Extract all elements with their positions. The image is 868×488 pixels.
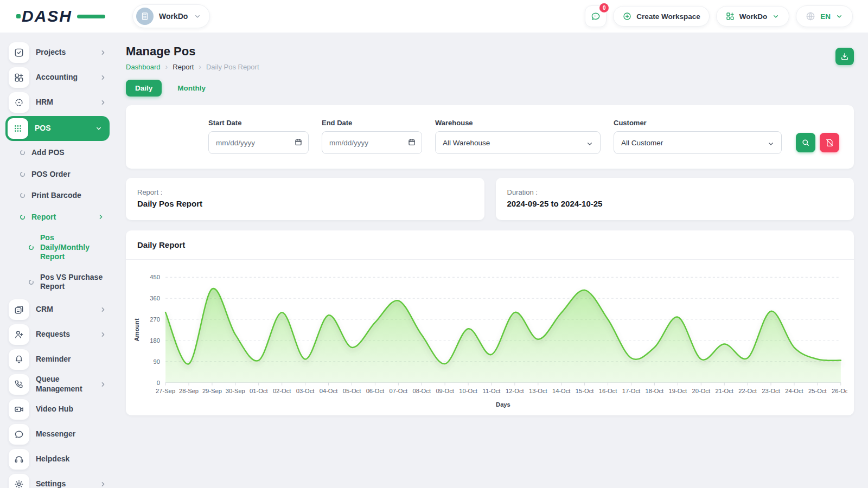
sidebar-item-accounting[interactable]: Accounting bbox=[9, 65, 107, 90]
sidebar-item-pos-order[interactable]: POS Order bbox=[9, 164, 107, 185]
daily-report-chart-svg: 09018027036045027-Sep28-Sep29-Sep30-Sep0… bbox=[130, 265, 847, 413]
sidebar-item-label: Add POS bbox=[31, 148, 65, 158]
app-header: DASH WorkDo 0 Create Workspace WorkDo EN bbox=[0, 0, 868, 33]
svg-text:17-Oct: 17-Oct bbox=[622, 388, 641, 394]
svg-text:90: 90 bbox=[153, 358, 159, 365]
dash-logo-text: DASH bbox=[22, 7, 72, 25]
end-date-input[interactable] bbox=[322, 131, 422, 154]
sidebar-item-pos-daily-monthly-report[interactable]: Pos Daily/Monthly Report bbox=[9, 228, 107, 267]
svg-text:02-Oct: 02-Oct bbox=[273, 388, 291, 394]
workdo-menu-label: WorkDo bbox=[739, 12, 768, 21]
summary-cards: Report : Daily Pos Report Duration : 202… bbox=[126, 178, 854, 220]
breadcrumb-dashboard[interactable]: Dashboard bbox=[126, 63, 161, 71]
download-report-button[interactable] bbox=[835, 48, 854, 65]
svg-text:23-Oct: 23-Oct bbox=[762, 388, 780, 394]
svg-text:01-Oct: 01-Oct bbox=[250, 388, 268, 394]
sidebar-item-projects[interactable]: Projects bbox=[9, 40, 107, 65]
svg-text:14-Oct: 14-Oct bbox=[552, 388, 571, 394]
chevron-down-icon bbox=[835, 12, 844, 21]
chat-bubble-icon bbox=[590, 11, 601, 22]
sidebar-item-pos-vs-purchase-report[interactable]: Pos VS Purchase Report bbox=[9, 267, 107, 297]
svg-text:06-Oct: 06-Oct bbox=[366, 388, 385, 394]
apply-filter-button[interactable] bbox=[796, 133, 815, 152]
sidebar-item-label: Settings bbox=[36, 479, 66, 488]
start-date-label: Start Date bbox=[208, 119, 309, 127]
checkbox-icon bbox=[14, 47, 24, 58]
sidebar-item-add-pos[interactable]: Add POS bbox=[9, 142, 107, 164]
svg-text:22-Oct: 22-Oct bbox=[738, 388, 757, 394]
checkbox-icon bbox=[9, 42, 29, 63]
workspace-avatar bbox=[136, 8, 154, 25]
sidebar-item-report[interactable]: Report bbox=[9, 207, 107, 228]
duration-summary-card: Duration : 2024-09-25 to 2024-10-25 bbox=[496, 178, 854, 220]
circle-bullet-icon bbox=[28, 279, 34, 285]
breadcrumb-report[interactable]: Report bbox=[173, 63, 194, 71]
sidebar-item-helpdesk[interactable]: Helpdesk bbox=[9, 447, 107, 472]
video-icon bbox=[9, 399, 29, 420]
warehouse-label: Warehouse bbox=[435, 119, 601, 127]
chevron-down-icon bbox=[771, 12, 780, 21]
plus-circle-icon bbox=[622, 11, 632, 21]
sidebar-item-label: Pos VS Purchase Report bbox=[40, 273, 105, 292]
sidebar-item-pos[interactable]: POS bbox=[5, 116, 110, 141]
svg-text:21-Oct: 21-Oct bbox=[715, 388, 733, 394]
messages-button[interactable]: 0 bbox=[585, 5, 607, 27]
clear-filter-button[interactable] bbox=[820, 133, 839, 152]
sidebar-nav: ProjectsAccountingHRMPOSAdd POSPOS Order… bbox=[9, 40, 107, 488]
sidebar-item-messenger[interactable]: Messenger bbox=[9, 422, 107, 447]
clear-filter-icon bbox=[825, 138, 834, 147]
filter-row: Start Date End Date Warehouse All Wareho… bbox=[139, 119, 841, 154]
svg-text:09-Oct: 09-Oct bbox=[436, 388, 454, 394]
sidebar-item-requests[interactable]: Requests bbox=[9, 322, 107, 347]
workdo-menu-button[interactable]: WorkDo bbox=[716, 6, 790, 27]
chevron-down-icon bbox=[767, 139, 775, 148]
sidebar-item-video-hub[interactable]: Video Hub bbox=[9, 397, 107, 422]
create-workspace-label: Create Workspace bbox=[636, 12, 700, 21]
svg-text:26-Oct: 26-Oct bbox=[832, 388, 847, 394]
svg-text:19-Oct: 19-Oct bbox=[669, 388, 687, 394]
grid-add-icon bbox=[725, 11, 735, 21]
sidebar-item-crm[interactable]: CRM bbox=[9, 297, 107, 322]
workspace-switcher[interactable]: WorkDo bbox=[132, 4, 210, 28]
customer-select[interactable]: All Customer bbox=[614, 131, 782, 154]
breadcrumb-separator: › bbox=[165, 62, 168, 71]
dash-logo-green-bar bbox=[77, 15, 105, 18]
svg-text:27-Sep: 27-Sep bbox=[156, 388, 175, 394]
sidebar-item-label: HRM bbox=[36, 98, 53, 107]
sidebar-item-print-barcode[interactable]: Print Barcode bbox=[9, 185, 107, 207]
sidebar-item-label: Projects bbox=[36, 48, 66, 57]
sidebar-item-settings[interactable]: Settings bbox=[9, 472, 107, 488]
grid-plus-icon bbox=[14, 72, 24, 83]
tab-monthly[interactable]: Monthly bbox=[168, 80, 215, 97]
chevron-right-icon bbox=[99, 98, 107, 107]
chevron-right-icon bbox=[99, 480, 107, 488]
crm-icon bbox=[14, 304, 24, 315]
filter-card: Start Date End Date Warehouse All Wareho… bbox=[126, 105, 854, 169]
sidebar-item-queue-management[interactable]: Queue Management bbox=[9, 372, 107, 397]
sidebar-item-hrm[interactable]: HRM bbox=[9, 90, 107, 115]
report-summary-card: Report : Daily Pos Report bbox=[126, 178, 484, 220]
create-workspace-button[interactable]: Create Workspace bbox=[613, 6, 710, 27]
sidebar-item-label: Video Hub bbox=[36, 404, 73, 414]
sidebar-item-label: POS bbox=[35, 124, 51, 133]
sidebar-item-reminder[interactable]: Reminder bbox=[9, 347, 107, 372]
warehouse-select[interactable]: All Warehouse bbox=[435, 131, 601, 154]
user-plus-icon bbox=[14, 329, 24, 340]
start-date-input[interactable] bbox=[208, 131, 309, 154]
dots-grid-icon bbox=[8, 118, 28, 139]
circle-bullet-icon bbox=[20, 192, 25, 198]
report-value: Daily Pos Report bbox=[137, 199, 473, 208]
chat-icon bbox=[14, 429, 24, 440]
svg-text:20-Oct: 20-Oct bbox=[692, 388, 711, 394]
warehouse-selected-value: All Warehouse bbox=[443, 139, 490, 147]
tab-daily[interactable]: Daily bbox=[126, 80, 162, 97]
dash-logo[interactable]: DASH bbox=[22, 7, 103, 25]
circle-bullet-icon bbox=[20, 171, 25, 177]
customer-selected-value: All Customer bbox=[621, 139, 663, 147]
duration-value: 2024-09-25 to 2024-10-25 bbox=[507, 199, 843, 208]
language-selector[interactable]: EN bbox=[796, 5, 853, 27]
breadcrumb-current: Daily Pos Report bbox=[206, 63, 259, 71]
warehouse-field: Warehouse All Warehouse bbox=[435, 119, 601, 154]
globe-icon bbox=[805, 11, 816, 22]
chat-icon bbox=[9, 424, 29, 445]
